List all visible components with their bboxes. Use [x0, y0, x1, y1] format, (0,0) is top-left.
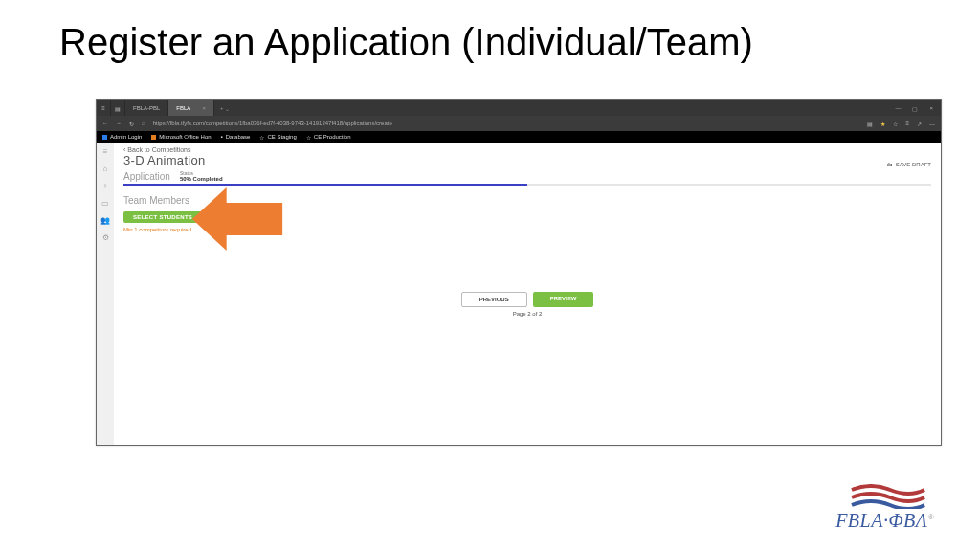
back-icon[interactable]: ←: [102, 121, 108, 127]
tab-active[interactable]: FBLA ×: [168, 100, 214, 116]
select-students-button[interactable]: SELECT STUDENTS: [123, 211, 202, 223]
minimize-icon[interactable]: —: [895, 105, 901, 111]
tab-label: FBLA: [176, 105, 190, 111]
app-sidebar: ≡ ⌂ ♀ ▭ 👥 ⚙: [97, 143, 114, 445]
more-icon[interactable]: ⋯: [929, 121, 935, 127]
favorites-icon[interactable]: ☆: [893, 121, 898, 127]
application-label: Application: [123, 171, 170, 182]
close-window-icon[interactable]: ×: [929, 105, 933, 111]
favorites-bar: Admin Login Microsoft Office Hon ▪Databa…: [97, 131, 941, 143]
save-icon: 🗀: [887, 162, 893, 167]
fav-ms-office[interactable]: Microsoft Office Hon: [151, 134, 211, 140]
home-icon[interactable]: ⌂: [142, 121, 145, 127]
new-tab-button[interactable]: + ⌄: [214, 100, 235, 116]
users-icon[interactable]: 👥: [100, 217, 110, 225]
maximize-icon[interactable]: ▢: [912, 105, 918, 112]
slide-title: Register an Application (Individual/Team…: [59, 21, 753, 64]
tab-inactive[interactable]: FBLA-PBL: [125, 100, 168, 116]
fav-database[interactable]: ▪Database: [221, 134, 251, 140]
browser-screenshot: ≡ ▤ FBLA-PBL FBLA × + ⌄ — ▢ × ← → ↻ ⌂: [96, 99, 942, 446]
card-icon[interactable]: ▭: [101, 200, 109, 208]
forward-icon[interactable]: →: [116, 121, 122, 127]
preview-button[interactable]: PREVIEW: [533, 292, 594, 307]
registered-mark: ®: [927, 513, 934, 521]
wizard-nav: PREVIOUS PREVIEW: [114, 292, 941, 307]
close-tab-icon[interactable]: ×: [202, 105, 206, 111]
fbla-logo: FBLA·ΦΒΛ®: [762, 484, 934, 532]
progress-bar: [123, 184, 931, 186]
menu-icon[interactable]: ≡: [103, 148, 108, 156]
tabs-aside-icon[interactable]: ▤: [111, 100, 125, 116]
status-value: 50% Completed: [180, 176, 223, 182]
share-icon[interactable]: ↗: [917, 121, 922, 127]
reader-view-icon[interactable]: ▤: [867, 121, 873, 127]
url-text[interactable]: https://fbla.tfyfs.com/competitions/1fba…: [153, 121, 860, 126]
previous-button[interactable]: PREVIOUS: [461, 292, 527, 307]
tab-label: FBLA-PBL: [133, 105, 160, 111]
save-draft-button[interactable]: 🗀 SAVE DRAFT: [887, 162, 931, 167]
validation-warning: Min 1 competitors required: [123, 227, 931, 232]
app-content: ‹Back to Competitions 3-D Animation 🗀 SA…: [114, 143, 941, 445]
browser-tab-strip: ≡ ▤ FBLA-PBL FBLA × + ⌄ — ▢ ×: [97, 100, 941, 116]
home-icon[interactable]: ⌂: [103, 165, 108, 173]
team-members-heading: Team Members: [123, 195, 931, 206]
pager-text: Page 2 of 2: [114, 311, 941, 317]
reload-icon[interactable]: ↻: [129, 121, 134, 127]
hub-icon[interactable]: ≡: [97, 100, 111, 116]
gear-icon[interactable]: ⚙: [102, 234, 109, 242]
trophy-icon[interactable]: ♀: [102, 183, 108, 190]
back-link[interactable]: ‹Back to Competitions: [123, 146, 931, 153]
favorite-star-icon[interactable]: ★: [880, 121, 885, 127]
browser-url-bar: ← → ↻ ⌂ https://fbla.tfyfs.com/competiti…: [97, 116, 941, 131]
fav-ce-production[interactable]: ☆CE Production: [306, 134, 351, 141]
fav-ce-staging[interactable]: ☆CE Staging: [259, 134, 296, 141]
app-body: ≡ ⌂ ♀ ▭ 👥 ⚙ ‹Back to Competitions 3-D An…: [97, 143, 941, 445]
fav-admin-login[interactable]: Admin Login: [102, 134, 142, 140]
logo-text: FBLA·ΦΒΛ: [835, 510, 927, 531]
hub-icon[interactable]: ≡: [905, 121, 909, 126]
competition-title: 3-D Animation: [123, 153, 206, 167]
